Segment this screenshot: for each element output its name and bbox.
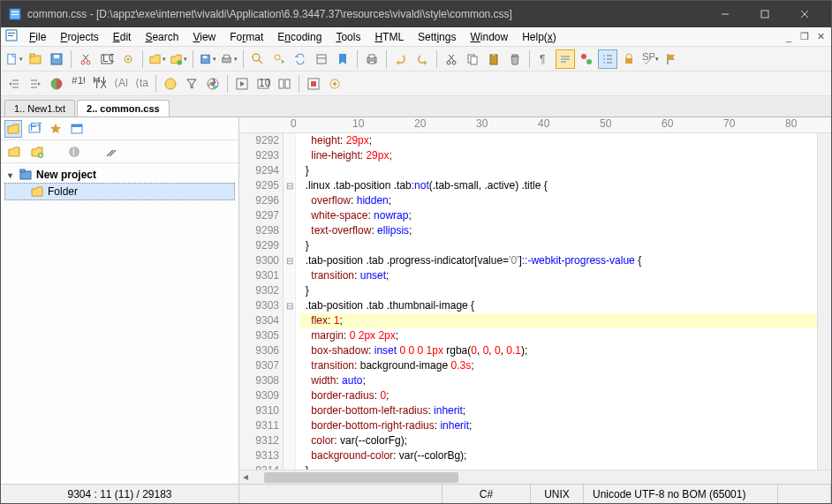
fold-marker[interactable] xyxy=(284,313,295,328)
code-line[interactable]: background-color: var(--colorBg); xyxy=(299,448,817,463)
record-button[interactable] xyxy=(304,74,323,94)
redo-button[interactable] xyxy=(412,49,432,69)
html-txt-button[interactable]: HTMLTXT xyxy=(89,74,109,94)
fold-marker[interactable] xyxy=(284,163,295,178)
code-line[interactable]: } xyxy=(299,463,817,470)
fold-marker[interactable] xyxy=(284,283,295,298)
print-button[interactable]: ▾ xyxy=(219,49,238,69)
code-line[interactable]: .tab-position .tab .progress-indicator[v… xyxy=(299,253,817,268)
save-all-button[interactable]: ▾ xyxy=(198,49,217,69)
project-tree[interactable]: ▾ New project Folder xyxy=(1,163,238,484)
status-eol[interactable]: UNIX xyxy=(531,485,584,503)
code-line[interactable]: white-space: nowrap; xyxy=(299,208,817,223)
fold-marker[interactable] xyxy=(284,388,295,403)
indent-right-button[interactable] xyxy=(26,74,45,94)
copy-button[interactable] xyxy=(463,49,482,69)
cut-button[interactable] xyxy=(76,49,95,69)
menu-format[interactable]: Format xyxy=(223,29,270,45)
code-line[interactable]: flex: 1; xyxy=(299,313,817,328)
spell-button[interactable]: SPELL▾ xyxy=(640,49,660,69)
pilcrow-button[interactable]: ¶ xyxy=(534,49,554,69)
cut2-button[interactable] xyxy=(442,49,461,69)
star-icon[interactable] xyxy=(47,120,64,138)
find-button[interactable] xyxy=(248,49,268,69)
status-language[interactable]: C# xyxy=(442,485,531,503)
code-line[interactable]: color: var(--colorFg); xyxy=(299,433,817,448)
fold-column[interactable]: ⊟⊟⊟⊟ xyxy=(284,133,296,470)
code-line[interactable]: .linux .tab-position .tab:not(.tab-small… xyxy=(299,178,817,193)
menu-edit[interactable]: Edit xyxy=(106,29,139,45)
fold-marker[interactable] xyxy=(284,223,295,238)
new-file-button[interactable]: ▾ xyxy=(4,49,24,69)
save-button[interactable] xyxy=(47,49,66,69)
scrollbar-thumb[interactable] xyxy=(264,472,458,483)
tree-project[interactable]: ▾ New project xyxy=(4,167,235,183)
code-line[interactable]: } xyxy=(299,238,817,253)
fold-marker[interactable] xyxy=(284,448,295,463)
menu-file[interactable]: File xyxy=(22,29,53,45)
mdi-minimize-icon[interactable]: _ xyxy=(782,30,796,44)
macro-button[interactable] xyxy=(325,74,344,94)
menu-tools[interactable]: Tools xyxy=(329,29,367,45)
char-button[interactable]: #10 xyxy=(68,74,87,94)
settings-button[interactable] xyxy=(118,49,138,69)
fold-marker[interactable] xyxy=(284,193,295,208)
mdi-restore-icon[interactable]: ❐ xyxy=(798,30,812,44)
fold-marker[interactable] xyxy=(284,403,295,418)
menu-projects[interactable]: Projects xyxy=(53,29,105,45)
find-next-button[interactable] xyxy=(269,49,289,69)
undo-button[interactable] xyxy=(391,49,411,69)
fold-marker[interactable] xyxy=(284,343,295,358)
fold-marker[interactable]: ⊟ xyxy=(284,298,295,313)
fold-marker[interactable]: ⊟ xyxy=(284,178,295,193)
minimize-button[interactable] xyxy=(705,1,745,27)
fold-marker[interactable] xyxy=(284,373,295,388)
info-icon[interactable]: i xyxy=(64,142,84,162)
code-line[interactable]: } xyxy=(299,283,817,298)
open-folder-button[interactable]: ▾ xyxy=(169,49,188,69)
goto-button[interactable] xyxy=(312,49,331,69)
horizontal-scrollbar[interactable]: ◂ xyxy=(239,470,831,484)
code-line[interactable]: transition: unset; xyxy=(299,268,817,283)
color-button[interactable] xyxy=(47,74,66,94)
menu-search[interactable]: Search xyxy=(138,29,185,45)
bookmark-button[interactable] xyxy=(333,49,352,69)
replace-button[interactable] xyxy=(291,49,310,69)
lock-button[interactable] xyxy=(619,49,639,69)
fold-marker[interactable] xyxy=(284,238,295,253)
close-button[interactable] xyxy=(784,1,824,27)
file-tab[interactable]: 1.. New1.txt xyxy=(4,100,75,117)
compare-button[interactable] xyxy=(275,74,294,94)
vertical-scrollbar[interactable] xyxy=(817,133,831,470)
code-content[interactable]: height: 29px; line-height: 29px; } .linu… xyxy=(296,133,817,470)
ftp-icon[interactable]: FTP xyxy=(26,120,43,138)
code-line[interactable]: border-bottom-right-radius: inherit; xyxy=(299,418,817,433)
menu-settings[interactable]: Settings xyxy=(411,29,463,45)
tag2-button[interactable]: ⟨tag⟩ xyxy=(132,74,151,94)
menu-html[interactable]: HTML xyxy=(367,29,411,45)
browser-button[interactable] xyxy=(161,74,180,94)
tag-button[interactable]: ⟨AB⟩ xyxy=(110,74,130,94)
menu-helpx[interactable]: Help(x) xyxy=(515,29,563,45)
fold-marker[interactable] xyxy=(284,148,295,163)
fold-marker[interactable] xyxy=(284,433,295,448)
filter-button[interactable] xyxy=(182,74,201,94)
code-line[interactable]: height: 29px; xyxy=(299,133,817,148)
linenr-button[interactable] xyxy=(598,49,617,69)
code-line[interactable]: border-bottom-left-radius: inherit; xyxy=(299,403,817,418)
log-button[interactable]: LOG xyxy=(97,49,117,69)
code-line[interactable]: .tab-position .tab .thumbnail-image { xyxy=(299,298,817,313)
fold-marker[interactable] xyxy=(284,268,295,283)
project-folder-icon[interactable] xyxy=(4,120,22,138)
code-line[interactable]: width: auto; xyxy=(299,373,817,388)
open-button[interactable]: ▾ xyxy=(147,49,167,69)
syntax-button[interactable] xyxy=(577,49,596,69)
fold-marker[interactable] xyxy=(284,358,295,373)
window-icon[interactable] xyxy=(68,120,86,138)
code-line[interactable]: text-overflow: ellipsis; xyxy=(299,223,817,238)
add-project-icon[interactable] xyxy=(27,142,47,162)
menu-view[interactable]: View xyxy=(185,29,223,45)
mdi-close-icon[interactable]: ✕ xyxy=(813,30,828,44)
status-encoding[interactable]: Unicode UTF-8 no BOM (65001) xyxy=(584,485,778,503)
collapse-icon[interactable]: ▾ xyxy=(4,170,15,180)
